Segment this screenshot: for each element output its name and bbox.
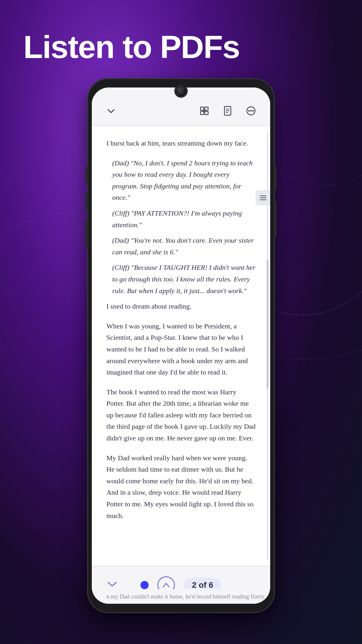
para-9: My Dad worked really hard when we were y… xyxy=(106,452,256,522)
para-8: The book I wanted to read the most was H… xyxy=(106,386,256,444)
reading-area[interactable]: I burst back at him, tears streaming dow… xyxy=(92,126,270,566)
volume-button xyxy=(274,201,277,236)
phone-screen: I burst back at him, tears streaming dow… xyxy=(92,88,270,604)
scrollbar-thumb[interactable] xyxy=(267,260,268,388)
phone-frame: I burst back at him, tears streaming dow… xyxy=(88,79,274,612)
volume-up-button xyxy=(85,192,88,210)
document-button[interactable] xyxy=(220,103,235,118)
para-4: (Dad) "You're not. You don't care. Even … xyxy=(106,235,256,258)
more-button[interactable] xyxy=(243,103,259,118)
camera-area xyxy=(88,79,274,97)
toolbar xyxy=(92,96,270,125)
resize-button[interactable] xyxy=(197,103,212,118)
svg-rect-3 xyxy=(205,111,208,115)
progress-dot xyxy=(140,581,149,589)
para-1: I burst back at him, tears streaming dow… xyxy=(106,138,256,149)
volume-down-button xyxy=(85,219,88,248)
para-5: (Cliff) "Because I TAUGHT HER! I didn't … xyxy=(106,262,256,297)
para-3: (Cliff) "PAY ATTENTION?! I'm always payi… xyxy=(106,208,256,231)
para-7: When I was young, I wanted to be Preside… xyxy=(106,321,256,378)
silent-button xyxy=(85,166,88,184)
bottom-bar: 2 of 6 n my Dad couldn't make it home, h… xyxy=(92,566,270,604)
para-2: (Dad) "No, I don't. I spend 2 hours tryi… xyxy=(106,158,256,204)
front-camera xyxy=(175,85,187,97)
svg-point-11 xyxy=(250,110,252,112)
svg-point-4 xyxy=(204,110,205,112)
svg-rect-2 xyxy=(201,111,204,115)
bottom-preview-text: n my Dad couldn't make it home, he'd rec… xyxy=(92,589,270,604)
svg-rect-0 xyxy=(201,107,204,110)
svg-rect-1 xyxy=(205,107,208,110)
power-button xyxy=(274,166,277,190)
chevron-down-icon[interactable] xyxy=(106,580,118,591)
screen-content: I burst back at him, tears streaming dow… xyxy=(92,88,270,604)
svg-point-12 xyxy=(252,110,254,112)
reading-content: I burst back at him, tears streaming dow… xyxy=(106,138,256,522)
back-button[interactable] xyxy=(103,103,119,118)
para-6: I used to dream about reading. xyxy=(106,301,256,312)
bottom-left xyxy=(92,580,127,591)
scrollbar-track xyxy=(267,132,268,560)
svg-point-10 xyxy=(248,110,250,112)
page-title: Listen to PDFs xyxy=(23,29,240,64)
